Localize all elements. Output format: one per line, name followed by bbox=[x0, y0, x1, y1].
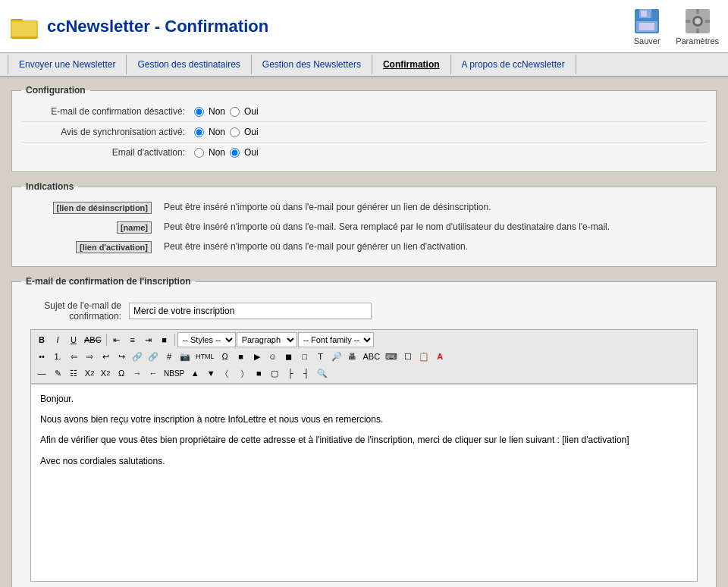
iframe-button[interactable]: □ bbox=[297, 349, 312, 364]
smiley-button[interactable]: ☺ bbox=[265, 349, 281, 364]
activ-oui-label[interactable]: Oui bbox=[244, 147, 259, 158]
extra-1-button[interactable]: ▲ bbox=[187, 366, 202, 381]
ordered-list-button[interactable]: 1. bbox=[50, 349, 65, 364]
superscript-button[interactable]: X2 bbox=[98, 366, 113, 381]
special-chars-button[interactable]: Ω bbox=[114, 366, 129, 381]
copy-button[interactable]: ☐ bbox=[400, 349, 416, 364]
align-right-button[interactable]: ⇥ bbox=[141, 332, 156, 347]
extra-7-button[interactable]: ├ bbox=[283, 366, 298, 381]
italic-button[interactable]: I bbox=[50, 332, 65, 347]
sync-non-label[interactable]: Non bbox=[209, 127, 225, 137]
font-color-button[interactable]: A bbox=[432, 349, 447, 364]
nav-confirmation[interactable]: Confirmation bbox=[372, 55, 451, 74]
config-options-1: Non Oui bbox=[194, 127, 259, 137]
table-button[interactable]: ■ bbox=[234, 349, 249, 364]
app-icon bbox=[9, 11, 39, 42]
activ-non-radio[interactable] bbox=[194, 148, 204, 158]
conf-email-non-radio[interactable] bbox=[194, 107, 204, 117]
anchor-button[interactable]: # bbox=[162, 349, 177, 364]
paste-button[interactable]: 📋 bbox=[416, 349, 431, 364]
extra-4-button[interactable]: 〉 bbox=[235, 366, 250, 381]
ltr-button[interactable]: ← bbox=[146, 366, 161, 381]
image-button[interactable]: 📷 bbox=[177, 349, 193, 364]
underline-button[interactable]: U bbox=[66, 332, 81, 347]
nbsp-button[interactable]: NBSP bbox=[162, 366, 187, 381]
paragraph-select[interactable]: Paragraph bbox=[237, 332, 297, 347]
tag-cell-1: [name] bbox=[21, 218, 158, 237]
svg-rect-13 bbox=[696, 29, 699, 33]
email-subject-row: Sujet de l'e-mail de confirmation: bbox=[30, 300, 698, 322]
tag-desc-1: Peut être inséré n'importe où dans l'e-m… bbox=[158, 218, 707, 237]
html-button[interactable]: HTML bbox=[193, 349, 217, 364]
indication-row-0: [lien de désinscription] Peut être insér… bbox=[21, 198, 707, 218]
header-left: ccNewsletter - Confirmation bbox=[9, 11, 268, 42]
editor-line-1: Nous avons bien reçu votre inscription à… bbox=[40, 413, 688, 427]
extra-2-button[interactable]: ▼ bbox=[203, 366, 218, 381]
unordered-list-button[interactable]: •• bbox=[34, 349, 49, 364]
config-label-0: E-mail de confirmation désactivé: bbox=[27, 106, 194, 117]
flash-button[interactable]: ▶ bbox=[249, 349, 265, 364]
indication-row-1: [name] Peut être inséré n'importe où dan… bbox=[21, 218, 707, 237]
save-icon bbox=[633, 8, 661, 35]
extra-3-button[interactable]: 〈 bbox=[219, 366, 234, 381]
redo-button[interactable]: ↪ bbox=[114, 349, 129, 364]
outdent-button[interactable]: ⇦ bbox=[66, 349, 81, 364]
bold-button[interactable]: B bbox=[34, 332, 49, 347]
save-button[interactable]: Sauver bbox=[633, 8, 661, 46]
template-button[interactable]: T bbox=[313, 349, 328, 364]
subscript-button[interactable]: X2 bbox=[82, 366, 97, 381]
align-justify-button[interactable]: ■ bbox=[157, 332, 172, 347]
config-section: Configuration E-mail de confirmation dés… bbox=[11, 85, 717, 172]
unlink-button[interactable]: 🔗 bbox=[146, 349, 161, 364]
email-subject-input[interactable] bbox=[129, 303, 372, 319]
extra-8-button[interactable]: ┤ bbox=[299, 366, 314, 381]
strikethrough-button[interactable]: ABC bbox=[82, 332, 104, 347]
char-map-button[interactable]: Ω bbox=[218, 349, 233, 364]
layers-button[interactable]: ☷ bbox=[66, 366, 81, 381]
undo-button[interactable]: ↩ bbox=[98, 349, 113, 364]
extra-5-button[interactable]: ■ bbox=[251, 366, 266, 381]
align-center-button[interactable]: ≡ bbox=[125, 332, 140, 347]
rich-text-editor: B I U ABC ⇤ ≡ ⇥ ■ -- Styles -- bbox=[30, 329, 698, 582]
svg-rect-12 bbox=[696, 9, 699, 14]
nav-newsletters[interactable]: Gestion des Newsletters bbox=[252, 55, 372, 74]
styles-select[interactable]: -- Styles -- bbox=[177, 332, 236, 347]
rtl-button[interactable]: → bbox=[130, 366, 145, 381]
media-button[interactable]: ◼ bbox=[281, 349, 297, 364]
search-replace-button[interactable]: 🔎 bbox=[329, 349, 344, 364]
hr-button[interactable]: — bbox=[34, 366, 49, 381]
zoom-button[interactable]: 🔍 bbox=[315, 366, 330, 381]
separator-1 bbox=[106, 334, 107, 346]
draw-button[interactable]: ✎ bbox=[50, 366, 65, 381]
cut-button[interactable]: ⌨ bbox=[383, 349, 400, 364]
config-legend: Configuration bbox=[21, 85, 90, 96]
sync-non-radio[interactable] bbox=[194, 127, 204, 137]
config-row-1: Avis de synchronisation activé: Non Oui bbox=[21, 122, 707, 143]
activ-non-label[interactable]: Non bbox=[209, 147, 225, 158]
tag-desc-2: Peut être inséré n'importe où dans l'e-m… bbox=[158, 237, 707, 257]
conf-email-non-label[interactable]: Non bbox=[209, 106, 225, 117]
nav-destinataires[interactable]: Gestion des destinataires bbox=[127, 55, 251, 74]
conf-email-oui-label[interactable]: Oui bbox=[244, 106, 259, 117]
align-left-button[interactable]: ⇤ bbox=[109, 332, 124, 347]
config-options-0: Non Oui bbox=[194, 106, 259, 117]
sync-oui-radio[interactable] bbox=[230, 127, 240, 137]
tag-cell-0: [lien de désinscription] bbox=[21, 198, 158, 218]
font-select[interactable]: -- Font family -- bbox=[298, 332, 374, 347]
nav-envoyer[interactable]: Envoyer une Newsletter bbox=[8, 55, 127, 74]
spellcheck-button[interactable]: ABC bbox=[361, 349, 383, 364]
activ-oui-radio[interactable] bbox=[230, 148, 240, 158]
tag-label-0: [lien de désinscription] bbox=[53, 202, 152, 214]
sync-oui-label[interactable]: Oui bbox=[244, 127, 259, 137]
tag-cell-2: [lien d'activation] bbox=[21, 237, 158, 257]
editor-body[interactable]: Bonjour. Nous avons bien reçu votre insc… bbox=[31, 384, 697, 581]
params-icon bbox=[684, 8, 711, 35]
print-button[interactable]: 🖶 bbox=[345, 349, 360, 364]
conf-email-oui-radio[interactable] bbox=[230, 107, 240, 117]
link-button[interactable]: 🔗 bbox=[130, 349, 145, 364]
params-button[interactable]: Paramètres bbox=[676, 8, 719, 46]
svg-rect-6 bbox=[641, 11, 647, 17]
nav-apropos[interactable]: A propos de ccNewsletter bbox=[451, 55, 576, 74]
extra-6-button[interactable]: ▢ bbox=[267, 366, 282, 381]
indent-button[interactable]: ⇨ bbox=[82, 349, 97, 364]
